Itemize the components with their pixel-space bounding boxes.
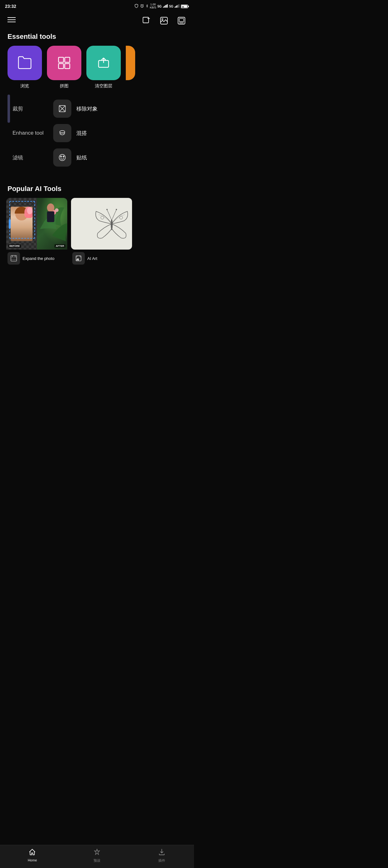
svg-rect-12 xyxy=(188,5,189,7)
top-nav xyxy=(0,11,194,30)
svg-rect-1 xyxy=(163,7,164,7)
new-canvas-button[interactable] xyxy=(140,14,153,27)
svg-rect-9 xyxy=(178,5,179,8)
status-bar: 23:32 1.00KB/S 5G xyxy=(0,0,194,11)
expand-photo-thumb xyxy=(7,252,20,265)
signal-5g-2-icon: 5G xyxy=(169,5,173,8)
tool-clear-layers-icon-bg xyxy=(86,46,121,80)
signal-bars xyxy=(163,4,168,8)
svg-point-53 xyxy=(106,209,108,210)
svg-rect-18 xyxy=(143,17,149,23)
tool-collage-label: 拼图 xyxy=(60,83,68,89)
saved-button[interactable] xyxy=(175,14,188,27)
svg-rect-3 xyxy=(165,5,165,8)
tool-clear-layers[interactable]: 清空图层 xyxy=(86,46,121,89)
svg-rect-48 xyxy=(11,255,17,261)
status-icons: 1.00KB/S 5G 5G xyxy=(134,3,189,9)
ai-tools-section: Popular AI Tools xyxy=(0,182,194,268)
ai-art-thumb: AI xyxy=(72,252,85,265)
mix-label: 混搭 xyxy=(76,130,87,137)
svg-rect-47 xyxy=(47,211,54,222)
svg-rect-27 xyxy=(59,57,64,62)
svg-point-55 xyxy=(101,216,104,219)
battery-icon: 96 xyxy=(181,4,189,8)
svg-point-44 xyxy=(55,208,59,212)
essential-tools-section: Essential tools 浏览 拼图 xyxy=(0,30,194,91)
tool-browse[interactable]: 浏览 xyxy=(7,46,42,89)
ai-art-name: AI Art xyxy=(87,256,97,261)
list-tool-enhance-mix[interactable]: Enhance tool 混搭 xyxy=(7,121,187,145)
svg-point-41 xyxy=(60,156,62,157)
expand-photo-name: Expand the photo xyxy=(23,256,55,261)
svg-rect-5 xyxy=(167,4,167,7)
list-tool-filter-sticker[interactable]: 滤镜 贴纸 xyxy=(7,145,187,170)
essential-tools-scroll: 浏览 拼图 xyxy=(0,46,194,91)
nav-right-icons xyxy=(140,14,188,27)
svg-rect-29 xyxy=(59,64,64,69)
network-speed: 1.00KB/S xyxy=(150,3,157,9)
alarm-icon xyxy=(140,4,144,9)
remove-obj-label: 移除对象 xyxy=(76,105,98,113)
svg-rect-10 xyxy=(179,4,179,7)
remove-obj-icon xyxy=(53,100,71,118)
before-image: BEFORE xyxy=(6,198,37,250)
bluetooth-icon xyxy=(146,4,149,9)
expand-photo-image: BEFORE xyxy=(6,198,67,250)
svg-point-56 xyxy=(120,216,123,219)
ai-tools-scroll: BEFORE xyxy=(0,198,194,268)
ai-art-info: AI AI Art xyxy=(71,250,132,266)
svg-point-42 xyxy=(63,156,64,157)
tool-clear-layers-label: 清空图层 xyxy=(95,83,112,89)
butterfly-image xyxy=(71,198,132,250)
svg-point-46 xyxy=(47,204,54,212)
tool-collage[interactable]: 拼图 xyxy=(47,46,82,89)
after-image: AFTER xyxy=(37,198,68,250)
status-time: 23:32 xyxy=(5,4,16,9)
tool-extra[interactable] xyxy=(126,46,135,89)
svg-text:AI: AI xyxy=(77,258,79,261)
list-tools-section: 裁剪 移除对象 Enhance tool 混搭 xyxy=(0,91,194,175)
tool-browse-label: 浏览 xyxy=(20,83,29,89)
svg-point-40 xyxy=(59,154,65,161)
sticker-label: 贴纸 xyxy=(76,154,87,161)
svg-rect-28 xyxy=(65,57,70,62)
after-label: AFTER xyxy=(55,244,65,248)
tool-browse-icon-bg xyxy=(7,46,42,80)
mix-icon xyxy=(53,124,71,142)
svg-point-22 xyxy=(162,19,163,20)
tool-extra-icon-bg xyxy=(126,46,135,80)
svg-rect-30 xyxy=(65,64,70,69)
before-label: BEFORE xyxy=(8,244,21,248)
svg-rect-7 xyxy=(175,6,176,8)
signal-bars-2 xyxy=(174,4,180,8)
list-tool-crop-remove[interactable]: 裁剪 移除对象 xyxy=(7,96,187,121)
svg-point-54 xyxy=(116,209,117,210)
sticker-icon xyxy=(53,148,71,166)
gallery-button[interactable] xyxy=(158,14,170,27)
svg-rect-24 xyxy=(179,19,184,22)
svg-point-52 xyxy=(111,219,112,230)
svg-rect-6 xyxy=(174,7,175,7)
svg-rect-8 xyxy=(176,5,177,8)
ai-tool-expand-photo[interactable]: BEFORE xyxy=(6,198,67,266)
enhance-label: Enhance tool xyxy=(12,130,53,136)
svg-rect-2 xyxy=(164,6,165,8)
menu-button[interactable] xyxy=(7,17,15,25)
shield-icon xyxy=(134,4,139,9)
svg-text:96: 96 xyxy=(182,6,184,7)
scroll-indicator xyxy=(7,95,10,123)
tool-collage-icon-bg xyxy=(47,46,82,80)
ai-tool-art-card[interactable]: AI AI Art xyxy=(71,198,132,266)
ai-tools-title: Popular AI Tools xyxy=(0,182,194,198)
signal-5g-icon: 5G xyxy=(157,5,161,8)
essential-tools-title: Essential tools xyxy=(0,30,194,46)
filter-label: 滤镜 xyxy=(12,154,53,161)
svg-rect-4 xyxy=(166,5,166,8)
expand-photo-info: Expand the photo xyxy=(6,250,67,266)
crop-label: 裁剪 xyxy=(12,105,53,113)
